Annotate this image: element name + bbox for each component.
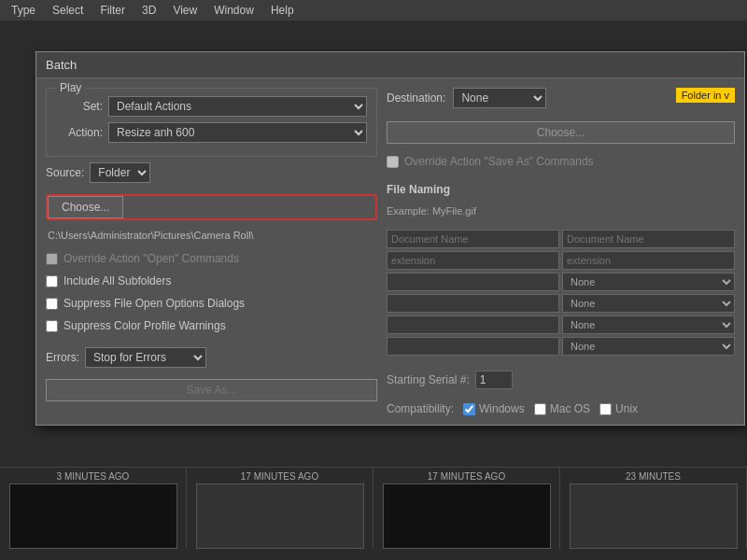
menu-view[interactable]: View: [165, 2, 204, 19]
suppress-file-label: Suppress File Open Options Dialogs: [63, 297, 245, 310]
include-subfolders-checkbox[interactable]: [46, 275, 58, 287]
destination-row: Destination: None Folder in v: [387, 88, 735, 108]
file-naming-label: File Naming: [387, 183, 735, 196]
choose-btn-wrapper: Choose...: [46, 194, 377, 220]
left-panel: Play Set: Default Actions Action: Resize…: [46, 88, 377, 415]
menu-3d[interactable]: 3D: [134, 2, 163, 19]
compat-mac-checkbox[interactable]: [534, 403, 546, 415]
naming-select-5b[interactable]: None: [562, 315, 735, 334]
override-save-row: Override Action "Save As" Commands: [387, 155, 735, 168]
naming-input-5a[interactable]: [387, 315, 559, 334]
naming-input-4a[interactable]: [387, 294, 559, 313]
menubar: Type Select Filter 3D View Window Help: [0, 0, 747, 21]
source-select[interactable]: Folder: [90, 162, 150, 183]
compat-unix-item: Unix: [599, 402, 638, 415]
source-row: Source: Folder: [46, 162, 377, 183]
suppress-color-checkbox[interactable]: [46, 320, 58, 332]
thumb-time-2: 17 MINUTES AGO: [428, 468, 505, 483]
naming-input-ext[interactable]: [387, 251, 559, 270]
compat-windows-checkbox[interactable]: [463, 403, 475, 415]
suppress-color-row: Suppress Color Profile Warnings: [46, 319, 377, 332]
naming-input-6a[interactable]: [387, 337, 559, 356]
thumb-item-3[interactable]: 23 MINUTES: [560, 468, 747, 549]
serial-label: Starting Serial #:: [387, 373, 470, 386]
thumb-item-0[interactable]: 3 MINUTES AGO: [0, 468, 187, 549]
naming-grid: None None None None: [387, 230, 735, 356]
folder-in-badge: Folder in v: [676, 88, 735, 103]
errors-select[interactable]: Stop for Errors: [85, 347, 206, 368]
menu-select[interactable]: Select: [45, 2, 91, 19]
dialog-body: Play Set: Default Actions Action: Resize…: [36, 78, 744, 425]
destination-label: Destination:: [387, 91, 445, 105]
action-select[interactable]: Resize anh 600: [108, 122, 367, 143]
set-label: Set:: [56, 100, 103, 113]
thumb-image-2: [383, 483, 551, 549]
naming-select-6b[interactable]: None: [562, 337, 735, 356]
menu-type[interactable]: Type: [4, 2, 43, 19]
compatibility-row: Compatibility: Windows Mac OS Unix: [387, 402, 735, 415]
thumb-image-3: [570, 483, 738, 549]
override-open-row: Override Action "Open" Commands: [46, 252, 377, 265]
include-subfolders-row: Include All Subfolders: [46, 274, 377, 287]
folder-path: C:\Users\Administrator\Pictures\Camera R…: [46, 230, 377, 241]
action-row: Action: Resize anh 600: [56, 122, 367, 143]
save-as-button[interactable]: Save As...: [46, 379, 377, 401]
menu-filter[interactable]: Filter: [92, 2, 133, 19]
source-label: Source:: [46, 166, 84, 179]
compat-label: Compatibility:: [387, 402, 454, 415]
compat-unix-label: Unix: [615, 402, 638, 415]
thumb-time-1: 17 MINUTES AGO: [241, 468, 318, 483]
set-row: Set: Default Actions: [56, 96, 367, 117]
naming-input-doc[interactable]: [387, 230, 559, 248]
thumb-item-1[interactable]: 17 MINUTES AGO: [187, 468, 374, 549]
compat-unix-checkbox[interactable]: [599, 403, 612, 415]
choose-button[interactable]: Choose...: [48, 196, 123, 218]
batch-dialog: Batch Play Set: Default Actions Action: …: [35, 51, 745, 426]
compat-mac-label: Mac OS: [550, 402, 590, 415]
compat-mac-item: Mac OS: [534, 402, 590, 415]
set-select[interactable]: Default Actions: [108, 96, 367, 117]
override-open-checkbox[interactable]: [46, 253, 58, 265]
thumb-time-0: 3 MINUTES AGO: [57, 468, 130, 483]
include-subfolders-label: Include All Subfolders: [63, 274, 171, 287]
thumb-image-1: [196, 483, 364, 549]
dialog-title: Batch: [46, 58, 77, 72]
errors-row: Errors: Stop for Errors: [46, 347, 377, 368]
thumbnails-bar: 3 MINUTES AGO 17 MINUTES AGO 17 MINUTES …: [0, 467, 747, 560]
compat-windows-item: Windows: [463, 402, 525, 415]
right-panel: Destination: None Folder in v Choose... …: [387, 88, 735, 415]
thumb-item-2[interactable]: 17 MINUTES AGO: [374, 468, 560, 549]
suppress-file-row: Suppress File Open Options Dialogs: [46, 297, 377, 310]
suppress-color-label: Suppress Color Profile Warnings: [63, 319, 226, 332]
right-choose-button[interactable]: Choose...: [387, 121, 735, 144]
override-save-label: Override Action "Save As" Commands: [404, 155, 594, 168]
thumb-image-0: [9, 483, 177, 549]
menu-help[interactable]: Help: [263, 2, 302, 19]
serial-input[interactable]: [475, 371, 513, 389]
naming-input-ext2[interactable]: [562, 251, 735, 270]
naming-input-3a[interactable]: [387, 273, 559, 291]
naming-select-4b[interactable]: None: [562, 294, 735, 313]
compat-windows-label: Windows: [479, 402, 525, 415]
override-save-checkbox[interactable]: [387, 156, 399, 168]
suppress-file-checkbox[interactable]: [46, 298, 58, 310]
override-open-label: Override Action "Open" Commands: [63, 252, 239, 265]
play-label: Play: [56, 81, 85, 94]
serial-row: Starting Serial #:: [387, 371, 735, 389]
action-label: Action:: [56, 126, 103, 139]
menu-window[interactable]: Window: [206, 2, 261, 19]
example-label: Example: MyFile.gif: [387, 205, 735, 217]
destination-select[interactable]: None: [453, 88, 546, 108]
dialog-titlebar: Batch: [36, 52, 744, 78]
play-group: Play Set: Default Actions Action: Resize…: [46, 88, 377, 157]
thumb-time-3: 23 MINUTES: [626, 468, 681, 483]
errors-label: Errors:: [46, 351, 79, 364]
naming-input-doc2[interactable]: [562, 230, 735, 248]
naming-select-3b[interactable]: None: [562, 273, 735, 291]
